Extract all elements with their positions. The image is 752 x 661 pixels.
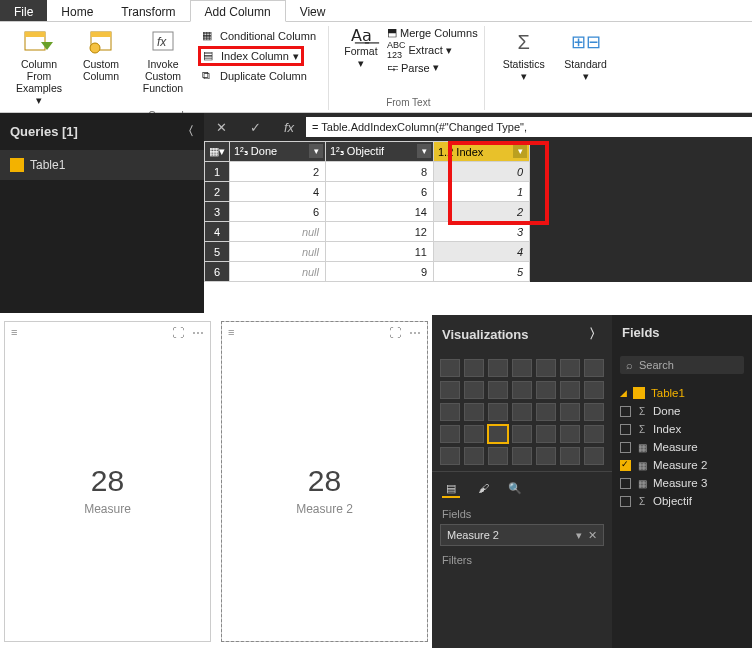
field-well-value[interactable]: Measure 2 ▾ ✕ (440, 524, 604, 546)
table-row[interactable]: 5null114 (205, 242, 530, 262)
viz-type-icon[interactable] (536, 381, 556, 399)
fields-search[interactable]: ⌕ Search (620, 356, 744, 374)
card-visual-1[interactable]: ≡ ⛶ ⋯ 28 Measure (4, 321, 211, 642)
drag-handle-icon[interactable]: ≡ (11, 326, 17, 340)
cell-done[interactable]: 2 (230, 162, 326, 182)
cell-index[interactable]: 2 (434, 202, 530, 222)
cell-done[interactable]: null (230, 222, 326, 242)
standard-button[interactable]: ⊞⊟ Standard ▾ (557, 26, 615, 84)
visualizations-header[interactable]: Visualizations 〉 (432, 315, 612, 353)
tab-transform[interactable]: Transform (107, 0, 189, 21)
viz-type-icon[interactable] (512, 447, 532, 465)
checkbox[interactable] (620, 496, 631, 507)
cell-done[interactable]: null (230, 242, 326, 262)
formula-input[interactable] (306, 117, 752, 137)
report-canvas[interactable]: ≡ ⛶ ⋯ 28 Measure ≡ ⛶ ⋯ 28 Measure 2 (0, 315, 432, 648)
viz-type-icon[interactable] (488, 447, 508, 465)
expand-icon[interactable]: ◢ (620, 388, 627, 398)
field-item[interactable]: ▦Measure 2 (616, 456, 748, 474)
cell-index[interactable]: 1 (434, 182, 530, 202)
duplicate-column-button[interactable]: ⧉ Duplicate Column (198, 68, 311, 84)
more-options-icon[interactable]: ⋯ (409, 326, 421, 340)
focus-mode-icon[interactable]: ⛶ (172, 326, 184, 340)
field-item[interactable]: ▦Measure (616, 438, 748, 456)
viz-type-icon[interactable] (584, 359, 604, 377)
checkbox[interactable] (620, 406, 631, 417)
viz-type-icon[interactable] (440, 425, 460, 443)
viz-type-icon[interactable] (464, 381, 484, 399)
focus-mode-icon[interactable]: ⛶ (389, 326, 401, 340)
drag-handle-icon[interactable]: ≡ (228, 326, 234, 340)
viz-type-icon[interactable] (560, 447, 580, 465)
field-item[interactable]: ▦Measure 3 (616, 474, 748, 492)
cell-done[interactable]: null (230, 262, 326, 282)
cell-objectif[interactable]: 9 (326, 262, 434, 282)
tab-file[interactable]: File (0, 0, 47, 21)
viz-type-icon[interactable] (560, 359, 580, 377)
viz-type-icon[interactable] (512, 359, 532, 377)
viz-type-icon[interactable] (560, 403, 580, 421)
tab-home[interactable]: Home (47, 0, 107, 21)
chevron-down-icon[interactable]: ▾ (576, 529, 582, 542)
filter-dropdown-icon[interactable]: ▾ (417, 144, 431, 158)
corner-cell[interactable]: ▦▾ (205, 142, 230, 162)
card-visual-2[interactable]: ≡ ⛶ ⋯ 28 Measure 2 (221, 321, 428, 642)
column-from-examples-button[interactable]: Column From Examples ▾ (10, 26, 68, 108)
table-row[interactable]: 4null123 (205, 222, 530, 242)
more-options-icon[interactable]: ⋯ (192, 326, 204, 340)
filter-dropdown-icon[interactable]: ▾ (513, 144, 527, 158)
viz-type-icon[interactable] (560, 381, 580, 399)
index-column-button[interactable]: ▤ Index Column ▾ (198, 46, 304, 66)
col-header-done[interactable]: 1²₃ Done ▾ (230, 142, 326, 162)
viz-type-icon[interactable] (440, 403, 460, 421)
viz-type-icon[interactable] (440, 447, 460, 465)
custom-column-button[interactable]: Custom Column (72, 26, 130, 108)
viz-type-icon[interactable] (512, 381, 532, 399)
cell-index[interactable]: 4 (434, 242, 530, 262)
analytics-tab-icon[interactable]: 🔍 (506, 480, 524, 498)
cell-objectif[interactable]: 12 (326, 222, 434, 242)
viz-type-icon[interactable] (440, 359, 460, 377)
merge-columns-button[interactable]: ⬒ Merge Columns (387, 26, 478, 39)
conditional-column-button[interactable]: ▦ Conditional Column (198, 28, 320, 44)
query-item-table1[interactable]: Table1 (0, 150, 204, 180)
viz-type-icon[interactable] (464, 447, 484, 465)
col-header-objectif[interactable]: 1²₃ Objectif ▾ (326, 142, 434, 162)
cell-index[interactable]: 0 (434, 162, 530, 182)
table-row[interactable]: 36142 (205, 202, 530, 222)
viz-type-icon[interactable] (488, 381, 508, 399)
fields-tab-icon[interactable]: ▤ (442, 480, 460, 498)
table-row[interactable]: 6null95 (205, 262, 530, 282)
viz-type-icon[interactable] (560, 425, 580, 443)
tab-add-column[interactable]: Add Column (190, 0, 286, 22)
cell-objectif[interactable]: 8 (326, 162, 434, 182)
viz-type-icon[interactable] (488, 359, 508, 377)
table-row[interactable]: 1280 (205, 162, 530, 182)
format-tab-icon[interactable]: 🖌 (474, 480, 492, 498)
cell-objectif[interactable]: 14 (326, 202, 434, 222)
viz-type-icon[interactable] (464, 403, 484, 421)
parse-button[interactable]: ⮓ Parse ▾ (387, 61, 478, 74)
table-row[interactable]: 2461 (205, 182, 530, 202)
formula-fx-icon[interactable]: fx (272, 120, 306, 135)
formula-cancel[interactable]: ✕ (204, 120, 238, 135)
viz-type-icon[interactable] (464, 425, 484, 443)
queries-header[interactable]: Queries [1] 〈 (0, 113, 204, 150)
viz-type-icon[interactable] (536, 447, 556, 465)
viz-type-icon[interactable] (536, 403, 556, 421)
statistics-button[interactable]: Σ Statistics ▾ (495, 26, 553, 84)
viz-type-icon[interactable] (584, 381, 604, 399)
col-header-index[interactable]: 1.2 Index ▾ (434, 142, 530, 162)
viz-type-icon[interactable] (536, 359, 556, 377)
viz-type-icon[interactable] (536, 425, 556, 443)
fields-header[interactable]: Fields (612, 315, 752, 350)
cell-index[interactable]: 3 (434, 222, 530, 242)
collapse-icon[interactable]: 〉 (589, 325, 602, 343)
field-item[interactable]: ΣObjectif (616, 492, 748, 510)
viz-type-icon[interactable] (464, 359, 484, 377)
filter-dropdown-icon[interactable]: ▾ (309, 144, 323, 158)
extract-button[interactable]: ABC123 Extract ▾ (387, 40, 478, 60)
viz-type-icon[interactable] (584, 425, 604, 443)
checkbox[interactable] (620, 460, 631, 471)
collapse-icon[interactable]: 〈 (182, 123, 194, 140)
